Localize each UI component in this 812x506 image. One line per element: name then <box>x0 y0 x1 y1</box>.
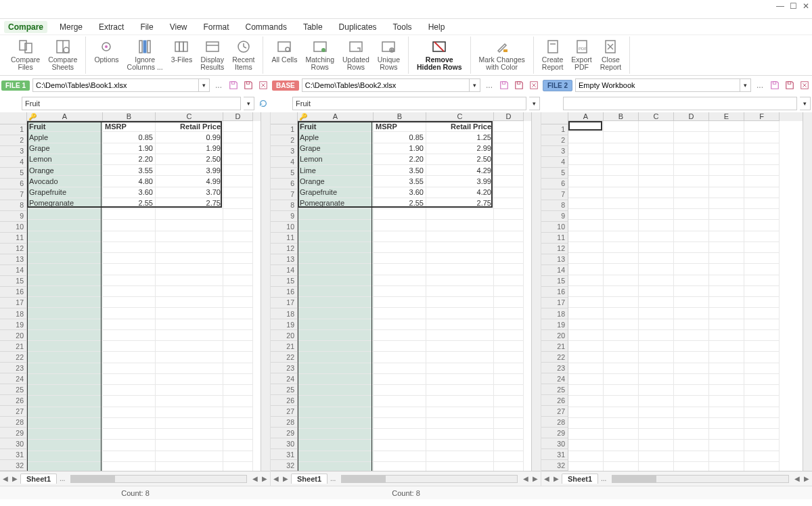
cell[interactable] <box>27 451 103 462</box>
scroll-arrow[interactable]: ◀ <box>522 474 530 484</box>
row-header[interactable]: 20 <box>541 330 568 341</box>
cell[interactable]: 4.80 <box>103 176 156 187</box>
cell[interactable] <box>298 297 374 308</box>
cell[interactable]: 3.99 <box>156 165 223 176</box>
cell[interactable] <box>103 231 156 242</box>
cell[interactable] <box>568 374 604 385</box>
row-header[interactable]: 24 <box>0 373 27 384</box>
cell[interactable] <box>674 363 709 374</box>
cell[interactable] <box>494 429 524 440</box>
row-header[interactable]: 13 <box>271 254 298 265</box>
cell[interactable] <box>374 330 426 341</box>
cell[interactable] <box>223 198 253 209</box>
close-icon[interactable]: ✕ <box>803 1 809 11</box>
cell[interactable]: Avocado <box>27 176 103 187</box>
cell[interactable] <box>494 297 524 308</box>
cell[interactable] <box>709 297 744 308</box>
col-header-B[interactable]: B <box>374 112 426 121</box>
cell[interactable] <box>156 451 223 462</box>
cell[interactable] <box>568 330 604 341</box>
row-header[interactable]: 18 <box>0 308 27 319</box>
row-header[interactable]: 3 <box>541 146 568 157</box>
cell[interactable] <box>223 253 253 264</box>
cell[interactable] <box>709 165 744 176</box>
cell[interactable] <box>709 154 744 165</box>
vscrollbar[interactable] <box>531 112 541 471</box>
cell[interactable] <box>156 319 223 330</box>
row-header[interactable]: 5 <box>271 168 298 179</box>
cell[interactable] <box>103 385 156 396</box>
path-more-1[interactable]: ... <box>483 79 495 91</box>
cell[interactable] <box>709 396 744 407</box>
row-header[interactable]: 22 <box>541 352 568 363</box>
cell[interactable] <box>223 154 253 165</box>
refresh-icon[interactable] <box>257 97 269 110</box>
cell[interactable] <box>639 363 674 374</box>
cell[interactable] <box>494 308 524 319</box>
cell[interactable] <box>156 264 223 275</box>
cell[interactable] <box>156 242 223 253</box>
cell[interactable] <box>223 363 253 374</box>
cell[interactable] <box>744 198 780 209</box>
row-header[interactable]: 3 <box>271 146 298 157</box>
cell[interactable] <box>374 253 426 264</box>
cell[interactable] <box>709 319 744 330</box>
row-header[interactable]: 23 <box>271 363 298 373</box>
cell[interactable] <box>639 220 674 231</box>
sheet-more[interactable]: ... <box>329 474 337 484</box>
row-header[interactable]: 23 <box>541 363 568 373</box>
cell[interactable] <box>639 187 674 198</box>
cell[interactable] <box>494 451 524 462</box>
cell[interactable] <box>156 209 223 220</box>
cell[interactable] <box>709 330 744 341</box>
menu-merge[interactable]: Merge <box>55 21 87 33</box>
cell[interactable] <box>494 462 524 471</box>
cell[interactable] <box>709 242 744 253</box>
cell[interactable] <box>426 220 494 231</box>
vscrollbar[interactable] <box>803 112 812 471</box>
cell[interactable] <box>709 264 744 275</box>
cell[interactable] <box>223 176 253 187</box>
cell[interactable] <box>374 319 426 330</box>
cell[interactable] <box>103 440 156 451</box>
cell[interactable]: 2.55 <box>103 198 156 209</box>
cell[interactable] <box>223 187 253 198</box>
cell[interactable] <box>374 363 426 374</box>
row-header[interactable]: 19 <box>541 319 568 330</box>
cell[interactable] <box>426 462 494 471</box>
cell[interactable] <box>426 209 494 220</box>
cell[interactable]: MSRP <box>103 121 156 132</box>
row-header[interactable]: 22 <box>271 352 298 363</box>
cell[interactable] <box>494 231 524 242</box>
cell[interactable] <box>709 209 744 220</box>
cell[interactable] <box>103 429 156 440</box>
cell[interactable] <box>639 297 674 308</box>
cell[interactable] <box>744 396 780 407</box>
ribbon-compare-files[interactable]: Compare Files <box>7 37 44 74</box>
cell[interactable] <box>568 198 604 209</box>
cell[interactable] <box>568 187 604 198</box>
cell[interactable] <box>494 176 524 187</box>
sheet-tab[interactable]: Sheet1 <box>562 474 598 484</box>
cell[interactable]: MSRP <box>374 121 426 132</box>
cell[interactable] <box>568 121 604 132</box>
cell[interactable] <box>298 451 374 462</box>
cell[interactable] <box>223 374 253 385</box>
cell[interactable]: Grapefruite <box>27 187 103 198</box>
cell[interactable] <box>103 209 156 220</box>
row-header[interactable]: 23 <box>0 363 27 373</box>
row-header[interactable]: 1 <box>541 124 568 135</box>
cell[interactable] <box>374 341 426 352</box>
cell[interactable] <box>103 242 156 253</box>
cell[interactable]: 2.75 <box>156 198 223 209</box>
cell[interactable] <box>674 297 709 308</box>
cell[interactable] <box>426 440 494 451</box>
cell[interactable] <box>604 220 639 231</box>
cell[interactable] <box>604 462 639 471</box>
cell[interactable] <box>494 385 524 396</box>
cell[interactable] <box>744 407 780 418</box>
cell[interactable] <box>744 297 780 308</box>
cell[interactable] <box>674 275 709 286</box>
row-header[interactable]: 28 <box>0 417 27 428</box>
cell[interactable] <box>223 451 253 462</box>
